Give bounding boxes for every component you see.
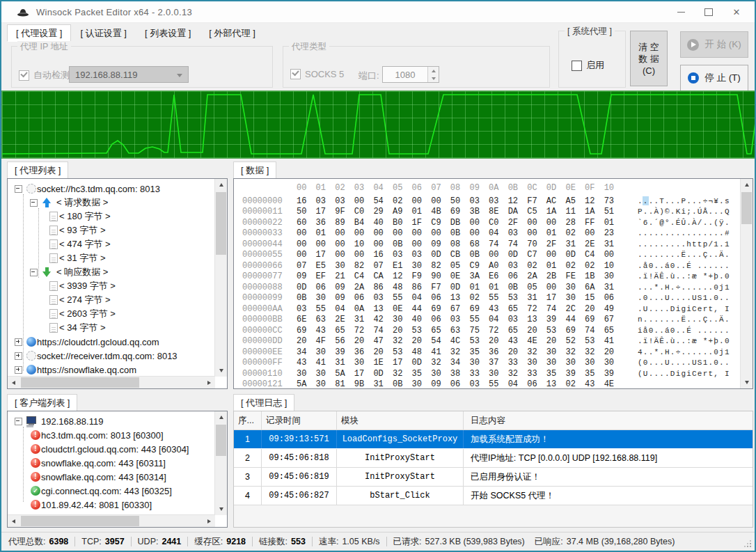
hex-row[interactable]: 0000004400 00 00 10 00 0B 00 09 08 68 74… [234, 239, 740, 250]
client-tree-vscrollbar[interactable] [214, 411, 227, 515]
clear-data-button[interactable]: 清 空 数 据 (C) [630, 31, 668, 86]
tab-proxy-settings[interactable]: [ 代理设置 ] [7, 24, 71, 42]
scroll-up-icon[interactable] [215, 411, 227, 423]
collapse-icon[interactable] [15, 418, 22, 425]
close-button[interactable]: ✕ [723, 1, 750, 22]
tree-item-packet[interactable]: < 274 字节 > [9, 293, 214, 307]
error-icon: ! [31, 472, 40, 482]
tree-item-connection[interactable]: !101.89.42.44: 8081 [60330] [9, 498, 214, 512]
scroll-down-icon[interactable] [215, 503, 227, 515]
hex-row[interactable]: 0000003300 01 00 00 00 00 00 00 0B 00 04… [234, 228, 740, 239]
packet-icon [49, 295, 58, 305]
system-proxy-enable-checkbox[interactable]: 启用 [572, 59, 604, 72]
tree-item-packet[interactable]: < 31 字节 > [9, 251, 214, 265]
tree-item-cloudctrl[interactable]: https://cloudctrl.gcloud.qq.com [9, 335, 214, 349]
expand-icon[interactable] [15, 338, 22, 346]
data-box: 00 01 02 03 04 05 06 07 08 09 0A 0B 0C 0… [233, 178, 753, 389]
proxy-log-tab[interactable]: [ 代理日志 ] [233, 394, 294, 411]
log-row[interactable]: 1 09:39:13:571 LoadConfigs_SocketProxy 加… [234, 430, 753, 449]
tree-item-receiver[interactable]: socket://receiver.tdm.qq.com: 8013 [9, 349, 214, 363]
hex-row[interactable]: 0000002260 36 89 B4 40 B0 1F C9 DB 00 C0… [234, 217, 740, 228]
tree-item-socket-hc3[interactable]: socket://hc3.tdm.qq.com: 8013 [9, 182, 214, 196]
log-row[interactable]: 3 09:45:06:819 InitProxyStart 已启用身份认证！ [234, 468, 753, 487]
proxy-list-tab[interactable]: [ 代理列表 ] [7, 161, 68, 178]
tree-item-connection[interactable]: ✓cgi.connect.qq.com: 443 [60325] [9, 484, 214, 498]
tab-external-proxy[interactable]: [ 外部代理 ] [200, 24, 264, 42]
tree-item-packet[interactable]: < 93 字节 > [9, 223, 214, 237]
tree-item-packet[interactable]: < 34 字节 > [9, 321, 214, 335]
tree-item-response-data[interactable]: < 响应数据 > [9, 265, 214, 279]
tree-item-packet[interactable]: < 474 字节 > [9, 237, 214, 251]
client-tree-hscrollbar[interactable] [8, 514, 215, 527]
data-tab[interactable]: [ 数据 ] [233, 161, 276, 178]
hex-row[interactable]: 000000990B 30 09 06 03 55 04 06 13 02 55… [234, 293, 740, 304]
hex-row[interactable]: 000000BB6E 63 2E 31 42 30 40 06 03 55 04… [234, 315, 740, 326]
minimize-button[interactable] [667, 1, 695, 22]
expand-icon[interactable] [15, 366, 22, 374]
hex-row[interactable]: 000000AA03 55 04 0A 13 0E 44 69 67 69 43… [234, 303, 740, 315]
collapse-icon[interactable] [15, 185, 22, 193]
hex-viewer[interactable]: 00 01 02 03 04 05 06 07 08 09 0A 0B 0C 0… [234, 179, 740, 388]
hex-row[interactable]: 000000FF43 41 31 30 1E 17 0D 32 34 30 37… [234, 358, 740, 369]
hex-vscrollbar[interactable] [740, 179, 753, 388]
system-proxy-group-title: [ 系统代理 ] [565, 26, 615, 38]
log-row[interactable]: 2 09:45:06:818 InitProxyStart 代理IP地址: TC… [234, 449, 753, 468]
client-tree: 192.168.88.119 !hc3.tdm.qq.com: 8013 [60… [9, 414, 214, 514]
scroll-down-icon[interactable] [741, 377, 753, 388]
success-icon: ✓ [31, 486, 40, 496]
collapse-icon[interactable] [30, 199, 38, 207]
tree-item-connection[interactable]: !snowflake.qq.com: 443 [60311] [9, 456, 214, 470]
hex-row[interactable]: 000000880D 06 09 2A 86 48 86 F7 0D 01 01… [234, 282, 740, 293]
hex-row[interactable]: 0000007709 EF 21 C4 CA 12 F9 90 0E 3A E6… [234, 271, 740, 283]
hex-row[interactable]: 0000000016 03 03 00 54 02 00 00 50 03 03… [234, 196, 740, 207]
tree-item-packet[interactable]: < 3939 字节 > [9, 279, 214, 293]
status-separator [187, 537, 188, 546]
proxy-ip-value: 192.168.88.119 [75, 70, 137, 80]
scroll-left-icon[interactable] [8, 377, 19, 388]
hex-row[interactable]: 000001215A 30 81 9B 31 0B 30 09 06 03 55… [234, 379, 740, 389]
packet-icon [49, 253, 58, 263]
scroll-right-icon[interactable] [203, 377, 215, 388]
hex-row[interactable]: 000000EE34 30 39 36 20 53 48 41 32 35 36… [234, 347, 740, 358]
scroll-up-icon[interactable] [215, 179, 227, 191]
proxy-tree-vscrollbar[interactable] [214, 179, 227, 377]
client-list-tab[interactable]: [ 客户端列表 ] [7, 394, 77, 411]
scroll-up-icon[interactable] [741, 179, 753, 191]
socket-icon [26, 184, 36, 194]
tab-list-settings[interactable]: [ 列表设置 ] [136, 24, 200, 42]
checkbox-icon [19, 70, 29, 81]
stop-button[interactable]: 停 止 (T) [680, 65, 748, 91]
col-seq[interactable]: 序... [234, 411, 262, 429]
close-icon: ✕ [733, 8, 741, 17]
client-list-box: 192.168.88.119 !hc3.tdm.qq.com: 8013 [60… [7, 411, 228, 528]
tree-item-connection[interactable]: !snowflake.qq.com: 443 [60314] [9, 470, 214, 484]
proxy-tree-hscrollbar[interactable] [8, 376, 215, 388]
tree-item-packet[interactable]: < 180 字节 > [9, 210, 214, 223]
tree-item-connection[interactable]: !hc3.tdm.qq.com: 8013 [60300] [9, 428, 214, 442]
maximize-button[interactable] [695, 1, 723, 22]
tree-item-snowflake[interactable]: https://snowflake.qq.com [9, 363, 214, 375]
hex-row[interactable]: 0000005500 17 00 00 16 03 03 0D CB 0B 00… [234, 250, 740, 261]
tree-item-request-data[interactable]: < 请求数据 > [9, 196, 214, 210]
tab-auth-settings[interactable]: [ 认证设置 ] [71, 24, 135, 42]
collapse-icon[interactable] [30, 269, 38, 276]
tree-item-packet[interactable]: < 2603 字节 > [9, 307, 214, 321]
scroll-right-icon[interactable] [203, 515, 215, 527]
resize-grip-icon[interactable] [750, 546, 751, 547]
col-time[interactable]: 记录时间 [262, 411, 337, 429]
col-module[interactable]: 模块 [337, 411, 464, 429]
scroll-left-icon[interactable] [8, 515, 19, 527]
hex-row[interactable]: 0000001150 17 9F C0 29 A9 01 4B 69 3B 8E… [234, 207, 740, 218]
tree-item-connection[interactable]: !cloudctrl.gcloud.qq.com: 443 [60304] [9, 442, 214, 456]
https-icon [26, 337, 36, 347]
tree-item-client-root[interactable]: 192.168.88.119 [9, 414, 214, 428]
expand-icon[interactable] [15, 352, 22, 360]
log-row[interactable]: 4 09:45:06:827 bStart_Click 开始 SOCKS5 代理… [234, 487, 753, 505]
hex-row[interactable]: 000000DD20 4F 56 20 47 32 20 54 4C 53 20… [234, 336, 740, 347]
col-content[interactable]: 日志内容 [464, 411, 753, 429]
hex-row[interactable]: 0000006607 E5 30 82 07 E1 30 82 05 C9 A0… [234, 260, 740, 271]
port-value: 1080 [383, 67, 427, 82]
hex-row[interactable]: 0000011030 30 5A 17 0D 32 35 30 38 33 30… [234, 368, 740, 379]
scroll-down-icon[interactable] [215, 365, 227, 377]
hex-row[interactable]: 000000CC69 43 65 72 74 20 53 65 63 75 72… [234, 325, 740, 336]
